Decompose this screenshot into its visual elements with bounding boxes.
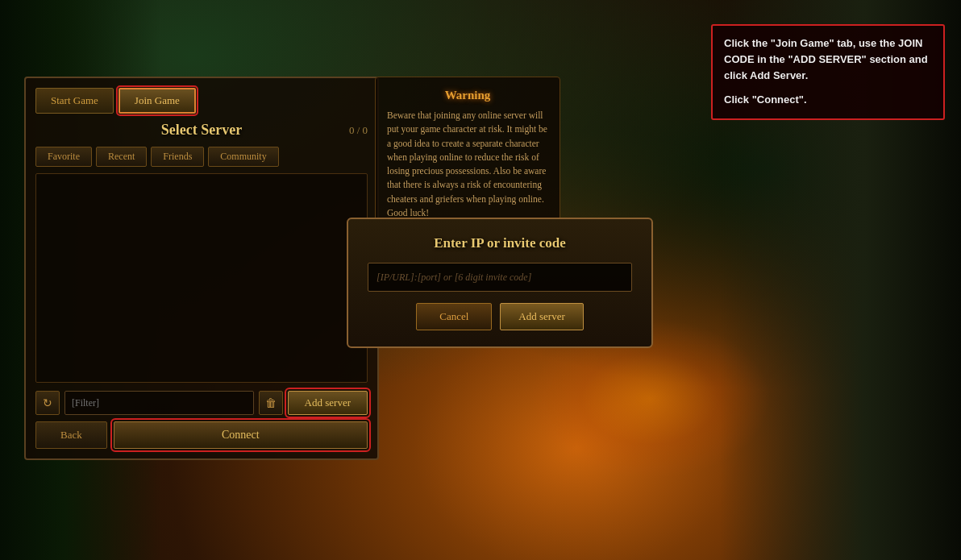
content-layer: Start Game Join Game Select Server 0 / 0… — [0, 0, 961, 560]
warning-text: Beware that joining any online server wi… — [387, 109, 548, 220]
cancel-button[interactable]: Cancel — [416, 303, 492, 330]
warning-panel: Warning Beware that joining any online s… — [375, 77, 560, 232]
refresh-button[interactable]: ↻ — [35, 391, 60, 415]
add-server-button[interactable]: Add server — [288, 391, 368, 415]
filter-tab-recent[interactable]: Recent — [96, 147, 147, 167]
select-server-title: Select Server — [161, 122, 242, 139]
join-game-tab[interactable]: Join Game — [119, 88, 196, 114]
filter-tab-friends[interactable]: Friends — [151, 147, 204, 167]
connect-button[interactable]: Connect — [114, 421, 368, 449]
add-server-dialog-button[interactable]: Add server — [500, 303, 583, 330]
select-server-header: Select Server 0 / 0 — [35, 122, 368, 139]
start-game-tab[interactable]: Start Game — [35, 88, 114, 114]
server-count: 0 / 0 — [349, 124, 368, 137]
server-list — [35, 173, 368, 383]
filter-tabs: Favorite Recent Friends Community — [35, 147, 368, 167]
instruction-line2: Click "Connect". — [724, 92, 932, 108]
top-tabs: Start Game Join Game — [35, 88, 368, 114]
back-button[interactable]: Back — [35, 421, 107, 449]
instruction-text: Click the "Join Game" tab, use the JOIN … — [724, 35, 932, 109]
bottom-controls: ↻ 🗑 Add server — [35, 391, 368, 415]
ip-input[interactable] — [368, 263, 632, 292]
ip-dialog: Enter IP or invite code Cancel Add serve… — [347, 218, 653, 348]
ip-dialog-buttons: Cancel Add server — [368, 303, 632, 330]
instruction-line1: Click the "Join Game" tab, use the JOIN … — [724, 37, 928, 81]
warning-title: Warning — [387, 89, 548, 102]
action-row: Back Connect — [35, 421, 368, 449]
filter-tab-community[interactable]: Community — [208, 147, 278, 167]
filter-tab-favorite[interactable]: Favorite — [35, 147, 92, 167]
left-panel: Start Game Join Game Select Server 0 / 0… — [24, 77, 379, 460]
instruction-box: Click the "Join Game" tab, use the JOIN … — [711, 24, 945, 120]
ip-dialog-title: Enter IP or invite code — [368, 235, 632, 251]
delete-button[interactable]: 🗑 — [259, 391, 283, 415]
filter-input[interactable] — [64, 391, 254, 415]
